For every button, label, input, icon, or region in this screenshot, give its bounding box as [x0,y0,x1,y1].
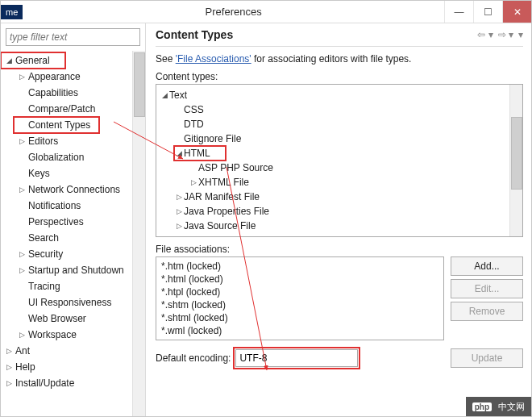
content-types-tree: ◢Text CSS DTD Gitignore File ◢HTML ASP P… [156,84,523,237]
tree-node-editors[interactable]: ▷Editors [14,133,132,149]
right-pane: Content Types ⇦ ▾ ⇨ ▾ ▾ See 'File Associ… [146,23,531,416]
fa-item[interactable]: *.shtm (locked) [161,299,438,312]
tree-node-keys[interactable]: Keys [14,165,132,181]
filter-box [6,28,140,46]
twisty-open-icon: ◢ [174,149,184,157]
scrollbar-thumb[interactable] [134,52,145,117]
ct-node-asp-php[interactable]: ASP PHP Source [189,161,506,175]
twisty-closed-icon: ▷ [4,379,14,387]
add-button[interactable]: Add... [451,256,523,276]
encoding-label: Default encoding: [156,352,231,364]
ct-node-html[interactable]: ◢HTML [174,146,226,161]
tree-node-tracing[interactable]: Tracing [14,278,132,294]
tree-node-notifications[interactable]: Notifications [14,198,132,214]
ct-node-xhtml[interactable]: ▷XHTML File [189,175,506,190]
twisty-closed-icon: ▷ [17,266,27,274]
content-types-tree-body[interactable]: ◢Text CSS DTD Gitignore File ◢HTML ASP P… [156,85,509,236]
fa-item[interactable]: *.wml (locked) [161,325,438,338]
tree-node-security[interactable]: ▷Security [14,246,132,262]
filter-input[interactable] [6,28,140,46]
twisty-open-icon: ◢ [160,91,169,99]
twisty-closed-icon: ▷ [17,73,27,81]
edit-button[interactable]: Edit... [451,279,523,298]
maximize-button[interactable]: ☐ [473,1,502,23]
left-pane: ◢ General ▷Appearance Capabilities Compa… [1,23,146,416]
fa-button-column: Add... Edit... Remove [451,256,523,340]
file-associations-link[interactable]: 'File Associations' [176,53,251,65]
category-tree[interactable]: ◢ General ▷Appearance Capabilities Compa… [1,51,132,416]
tree-node-capabilities[interactable]: Capabilities [14,85,132,101]
page-title: Content Types [156,28,233,41]
encoding-input[interactable] [235,349,358,367]
ct-node-jar-manifest[interactable]: ▷JAR Manifest File [174,190,506,204]
twisty-closed-icon: ▷ [4,363,14,371]
tree-node-content-types[interactable]: Content Types [14,117,99,133]
twisty-closed-icon: ▷ [174,222,184,230]
ct-node-gitignore[interactable]: Gitignore File [174,131,506,146]
tree-node-search[interactable]: Search [14,230,132,246]
twisty-closed-icon: ▷ [189,178,198,186]
tree-node-help[interactable]: ▷Help [1,359,132,375]
watermark: php 中文网 [466,397,531,416]
tree-node-general[interactable]: ◢ General [1,52,65,69]
remove-button[interactable]: Remove [451,302,523,321]
tree-node-appearance[interactable]: ▷Appearance [14,69,132,85]
app-tag: me [1,5,23,19]
ct-node-css[interactable]: CSS [174,102,506,117]
nav-icons: ⇦ ▾ ⇨ ▾ ▾ [477,29,523,40]
ct-node-dtd[interactable]: DTD [174,117,506,131]
encoding-row: Default encoding: Update [156,348,523,368]
tree-node-network-connections[interactable]: ▷Network Connections [14,181,132,198]
ct-node-text[interactable]: ◢Text [160,88,506,102]
titlebar: me Preferences — ☐ ✕ [1,1,531,23]
twisty-closed-icon: ▷ [17,186,27,194]
fa-item[interactable]: *.htpl (locked) [161,286,438,299]
php-logo-icon: php [472,402,492,411]
close-button[interactable]: ✕ [502,1,531,23]
page-header: Content Types ⇦ ▾ ⇨ ▾ ▾ [156,28,523,47]
ct-node-java-properties[interactable]: ▷Java Properties File [174,204,506,219]
left-scrollbar[interactable] [132,51,145,416]
window-buttons: — ☐ ✕ [444,1,531,23]
tree-node-startup-shutdown[interactable]: ▷Startup and Shutdown [14,262,132,278]
menu-icon[interactable]: ▾ [518,29,523,40]
file-associations-label: File associations: [156,244,523,255]
twisty-closed-icon: ▷ [174,207,184,215]
forward-icon[interactable]: ⇨ ▾ [498,29,513,40]
twisty-closed-icon: ▷ [17,250,27,258]
ct-scrollbar[interactable] [509,85,522,236]
fa-item[interactable]: *.shtml (locked) [161,312,438,325]
preferences-window: me Preferences — ☐ ✕ ◢ General [0,0,532,417]
file-associations-list[interactable]: *.htm (locked) *.html (locked) *.htpl (l… [156,256,444,340]
back-icon[interactable]: ⇦ ▾ [477,29,493,40]
tree-node-web-browser[interactable]: Web Browser [14,311,132,327]
tree-node-workspace[interactable]: ▷Workspace [14,327,132,343]
twisty-closed-icon: ▷ [4,347,14,355]
minimize-button[interactable]: — [444,1,473,23]
ct-node-java-source[interactable]: ▷Java Source File [174,219,506,233]
twisty-closed-icon: ▷ [174,193,184,201]
content-types-label: Content types: [156,71,523,82]
tree-node-globalization[interactable]: Globalization [14,149,132,165]
scrollbar-thumb[interactable] [511,117,522,190]
update-button[interactable]: Update [451,348,523,368]
tree-node-ant[interactable]: ▷Ant [1,343,132,359]
description: See 'File Associations' for associating … [156,53,523,65]
tree-node-install-update[interactable]: ▷Install/Update [1,375,132,391]
watermark-text: 中文网 [498,401,525,413]
tree-node-perspectives[interactable]: Perspectives [14,214,132,230]
twisty-closed-icon: ▷ [17,331,27,339]
twisty-closed-icon: ▷ [17,137,27,145]
tree-node-compare-patch[interactable]: Compare/Patch [14,101,132,117]
tree-node-ui-responsiveness[interactable]: UI Responsiveness [14,294,132,311]
body: ◢ General ▷Appearance Capabilities Compa… [1,23,531,416]
window-title: Preferences [23,6,444,18]
fa-item[interactable]: *.htm (locked) [161,261,438,273]
twisty-open-icon: ◢ [4,56,14,65]
fa-item[interactable]: *.html (locked) [161,273,438,286]
